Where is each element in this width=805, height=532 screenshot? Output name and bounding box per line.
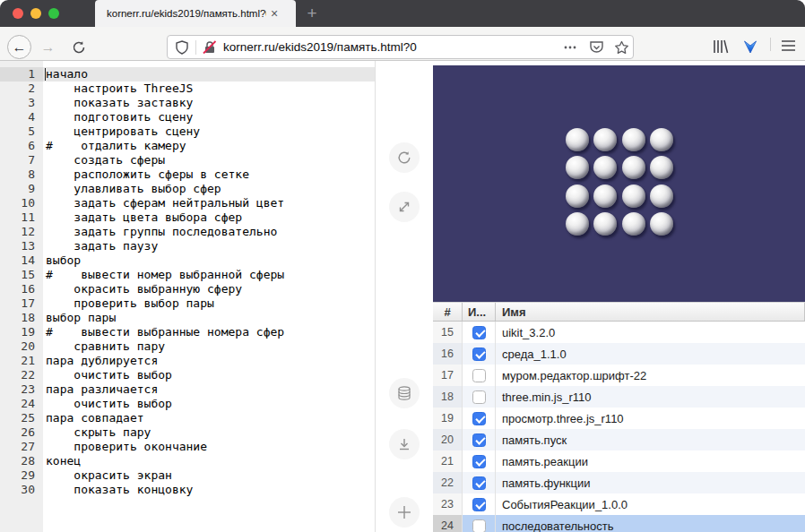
line-text[interactable]: задать цвета выбора сфер <box>43 210 375 225</box>
row-checkbox-cell[interactable] <box>463 365 496 386</box>
row-checkbox-cell[interactable] <box>463 322 496 343</box>
code-line[interactable]: 1 начало <box>0 67 375 82</box>
header-name[interactable]: Имя <box>496 303 805 321</box>
sphere[interactable] <box>593 184 617 208</box>
table-row[interactable]: 17 муром.редактор.шрифт-22 <box>433 365 805 386</box>
code-line[interactable]: 7 создать сферы <box>0 153 375 167</box>
close-window-button[interactable] <box>13 8 23 19</box>
row-checkbox-cell[interactable] <box>463 493 496 515</box>
row-name[interactable]: муром.редактор.шрифт-22 <box>496 369 805 382</box>
code-line[interactable]: 26 скрыть пару <box>0 425 375 440</box>
new-tab-button[interactable]: + <box>301 2 323 25</box>
line-text[interactable]: начало <box>43 67 375 82</box>
sphere[interactable] <box>622 184 645 208</box>
storage-button[interactable] <box>389 378 420 408</box>
zoom-window-button[interactable] <box>48 8 59 19</box>
code-line[interactable]: 13 задать паузу <box>0 239 375 253</box>
sphere[interactable] <box>650 212 673 236</box>
sphere[interactable] <box>650 184 673 208</box>
table-row[interactable]: 15 uikit_3.2.0 <box>433 322 805 343</box>
row-checkbox-cell[interactable] <box>463 343 496 365</box>
sphere[interactable] <box>566 128 589 151</box>
code-line[interactable]: 17 проверить выбор пары <box>0 296 375 311</box>
line-text[interactable]: создать сферы <box>43 153 375 167</box>
line-text[interactable]: сравнить пару <box>43 339 375 354</box>
row-name[interactable]: three.min.js_r110 <box>496 390 805 404</box>
code-line[interactable]: 18 выбор пары <box>0 311 375 325</box>
line-text[interactable]: центрировать сцену <box>43 124 375 139</box>
row-checkbox-cell[interactable] <box>463 450 496 472</box>
table-row[interactable]: 18 three.min.js_r110 <box>433 386 805 408</box>
table-row[interactable]: 20 память.пуск <box>433 429 805 450</box>
line-text[interactable]: подготовить сцену <box>43 110 375 124</box>
line-text[interactable]: задать группы последовательно <box>43 225 375 239</box>
table-row[interactable]: 23 СобытияРеакции_1.0.0 <box>433 493 805 515</box>
row-name[interactable]: просмотр.three.js_r110 <box>496 412 805 425</box>
code-line[interactable]: 16 окрасить выбранную сферу <box>0 282 375 296</box>
bookmark-star-icon[interactable] <box>614 40 629 55</box>
line-text[interactable]: очистить выбор <box>43 397 375 411</box>
sphere[interactable] <box>593 212 617 236</box>
sphere[interactable] <box>566 156 589 179</box>
sphere[interactable] <box>650 156 673 179</box>
url-bar[interactable]: kornerr.ru/ekids2019/память.html?0 <box>167 35 634 59</box>
line-text[interactable]: # вывести выбранные номера сфер <box>43 325 375 339</box>
code-line[interactable]: 2 настроить ThreeJS <box>0 82 375 96</box>
line-text[interactable]: пара совпадает <box>43 411 375 425</box>
checkbox[interactable] <box>472 455 486 468</box>
code-line[interactable]: 30 показать концовку <box>0 483 375 497</box>
row-checkbox-cell[interactable] <box>463 515 496 532</box>
code-line[interactable]: 29 окрасить экран <box>0 468 375 483</box>
line-text[interactable]: показать концовку <box>43 483 375 497</box>
code-editor[interactable]: 1 начало 2 настроить ThreeJS 3 показать … <box>0 61 376 532</box>
line-text[interactable]: выбор <box>43 253 375 268</box>
sphere[interactable] <box>593 128 617 151</box>
code-line[interactable]: 12 задать группы последовательно <box>0 225 375 239</box>
code-line[interactable]: 21 пара дублируется <box>0 354 375 368</box>
pocket-icon[interactable] <box>589 40 604 55</box>
row-name[interactable]: СобытияРеакции_1.0.0 <box>496 498 805 511</box>
line-text[interactable]: окрасить экран <box>43 468 375 483</box>
threejs-canvas[interactable] <box>433 65 805 302</box>
code-line[interactable]: 15 # вывести номер выбранной сферы <box>0 268 375 282</box>
checkbox[interactable] <box>472 326 486 339</box>
code-line[interactable]: 20 сравнить пару <box>0 339 375 354</box>
line-text[interactable]: пара дублируется <box>43 354 375 368</box>
sphere[interactable] <box>622 128 645 151</box>
checkbox[interactable] <box>472 498 486 511</box>
shield-icon[interactable] <box>175 40 189 55</box>
line-text[interactable]: показать заставку <box>43 96 375 110</box>
sphere[interactable] <box>622 212 645 236</box>
row-name[interactable]: память.реакции <box>496 455 805 468</box>
line-text[interactable]: проверить выбор пары <box>43 296 375 311</box>
sphere[interactable] <box>622 156 645 179</box>
checkbox[interactable] <box>472 348 486 361</box>
sphere[interactable] <box>566 184 589 208</box>
code-line[interactable]: 4 подготовить сцену <box>0 110 375 124</box>
code-line[interactable]: 11 задать цвета выбора сфер <box>0 210 375 225</box>
row-checkbox-cell[interactable] <box>463 429 496 450</box>
forward-button[interactable]: → <box>36 35 60 59</box>
fullscreen-button[interactable] <box>389 192 420 222</box>
code-line[interactable]: 25 пара совпадает <box>0 411 375 425</box>
code-line[interactable]: 6 # отдалить камеру <box>0 139 375 153</box>
checkbox[interactable] <box>472 412 486 425</box>
line-text[interactable]: # отдалить камеру <box>43 139 375 153</box>
row-name[interactable]: память.функции <box>496 476 805 490</box>
checkbox[interactable] <box>472 519 486 532</box>
code-line[interactable]: 14 выбор <box>0 253 375 268</box>
sphere[interactable] <box>566 212 589 236</box>
browser-tab[interactable]: kornerr.ru/ekids2019/память.html?0 × <box>95 0 296 27</box>
code-line[interactable]: 3 показать заставку <box>0 96 375 110</box>
row-name[interactable]: память.пуск <box>496 433 805 447</box>
checkbox[interactable] <box>472 433 486 447</box>
code-line[interactable]: 23 пара различается <box>0 382 375 397</box>
minimize-window-button[interactable] <box>30 8 41 19</box>
reload-button[interactable] <box>66 35 91 59</box>
line-text[interactable]: скрыть пару <box>43 425 375 440</box>
row-name[interactable]: uikit_3.2.0 <box>496 326 805 339</box>
table-row[interactable]: 16 среда_1.1.0 <box>433 343 805 365</box>
row-name[interactable]: последовательность <box>496 519 805 532</box>
sphere[interactable] <box>650 128 673 151</box>
line-text[interactable]: расположить сферы в сетке <box>43 167 375 182</box>
